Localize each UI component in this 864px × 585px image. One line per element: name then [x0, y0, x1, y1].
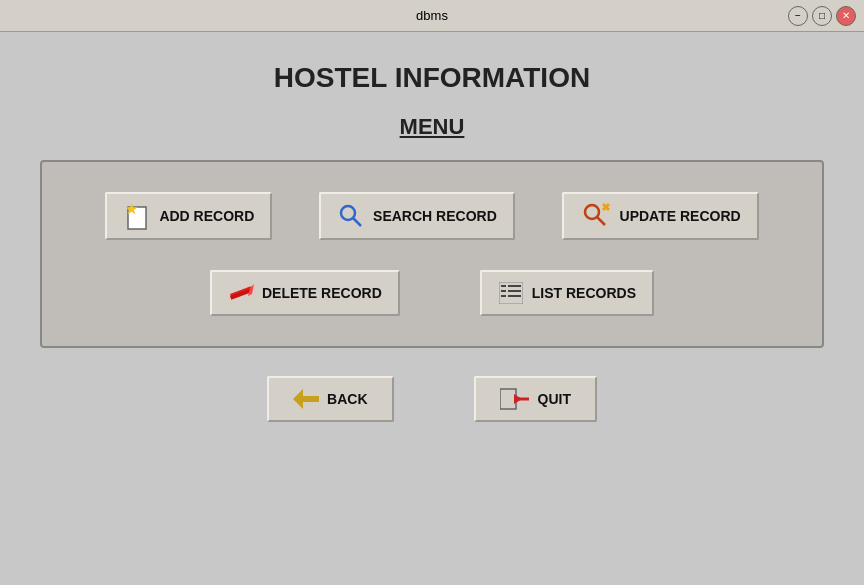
maximize-button[interactable]: □ [812, 6, 832, 26]
quit-button[interactable]: QUIT [474, 376, 597, 422]
menu-label: MENU [30, 114, 834, 140]
bottom-nav: BACK QUIT [30, 376, 834, 422]
search-record-label: SEARCH RECORD [373, 208, 497, 224]
list-records-button[interactable]: LIST RECORDS [480, 270, 654, 316]
svg-rect-16 [501, 295, 506, 297]
add-record-icon: ★ [123, 202, 151, 230]
back-button[interactable]: BACK [267, 376, 393, 422]
quit-label: QUIT [538, 391, 571, 407]
delete-record-label: DELETE RECORD [262, 285, 382, 301]
back-label: BACK [327, 391, 367, 407]
titlebar-title: dbms [416, 8, 448, 23]
svg-line-5 [597, 217, 605, 225]
list-records-icon [498, 280, 524, 306]
svg-rect-15 [508, 290, 521, 292]
close-button[interactable]: ✕ [836, 6, 856, 26]
svg-line-3 [353, 218, 361, 226]
quit-icon [500, 386, 530, 412]
update-record-label: UPDATE RECORD [620, 208, 741, 224]
svg-rect-13 [508, 285, 521, 287]
search-record-button[interactable]: SEARCH RECORD [319, 192, 515, 240]
page-title: HOSTEL INFORMATION [30, 62, 834, 94]
titlebar-controls: − □ ✕ [788, 6, 856, 26]
menu-panel: ★ ADD RECORD SEARCH RECORD [40, 160, 824, 348]
svg-text:★: ★ [125, 202, 138, 217]
svg-rect-17 [508, 295, 521, 297]
svg-rect-19 [301, 396, 319, 402]
update-record-icon [580, 202, 612, 230]
panel-row-1: ★ ADD RECORD SEARCH RECORD [82, 192, 782, 240]
svg-rect-20 [500, 389, 516, 409]
delete-record-icon [228, 280, 254, 306]
add-record-label: ADD RECORD [159, 208, 254, 224]
search-record-icon [337, 202, 365, 230]
list-records-label: LIST RECORDS [532, 285, 636, 301]
delete-record-button[interactable]: DELETE RECORD [210, 270, 400, 316]
add-record-button[interactable]: ★ ADD RECORD [105, 192, 272, 240]
titlebar: dbms − □ ✕ [0, 0, 864, 32]
back-icon [293, 386, 319, 412]
svg-rect-14 [501, 290, 506, 292]
update-record-button[interactable]: UPDATE RECORD [562, 192, 759, 240]
svg-point-4 [585, 205, 599, 219]
main-content: HOSTEL INFORMATION MENU ★ ADD RECORD [0, 32, 864, 442]
panel-row-2: DELETE RECORD LIST RECORDS [82, 270, 782, 316]
minimize-button[interactable]: − [788, 6, 808, 26]
svg-point-2 [341, 206, 355, 220]
svg-rect-12 [501, 285, 506, 287]
